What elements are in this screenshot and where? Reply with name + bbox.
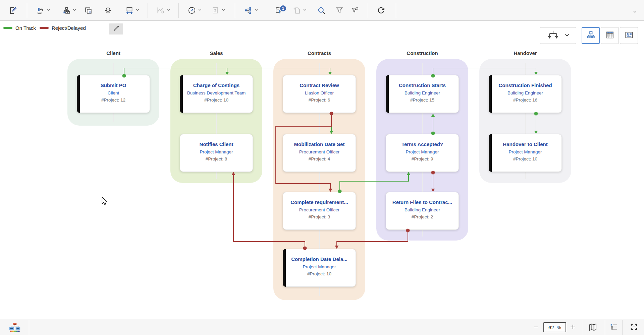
node-construction-starts[interactable]: Construction StartsBuilding Engineer#Pro… (386, 75, 459, 113)
statusbar-separator (605, 320, 605, 335)
node-subtitle: Procurement Officer (283, 207, 356, 212)
list-legend-icon (609, 323, 618, 333)
lane-header-construction: Construction (407, 50, 438, 56)
refresh-button[interactable] (375, 3, 387, 18)
table-view-button[interactable] (601, 27, 619, 44)
node-subtitle: Building Engineer (386, 207, 459, 212)
org-tree-button[interactable] (243, 3, 260, 18)
node-subtitle: Liasion Officer (283, 90, 356, 95)
node-subtitle: Procurement Officer (283, 149, 356, 154)
node-terms-accepted[interactable]: Terms Accepted?Project Manager#Project: … (386, 134, 459, 172)
layout-style-button[interactable] (35, 3, 52, 18)
node-project-count: #Project: 10 (180, 97, 253, 103)
gauge-button[interactable] (186, 3, 204, 18)
node-return-files[interactable]: Return Files to Contrac...Building Engin… (386, 192, 459, 230)
lane-header-handover: Handover (514, 50, 537, 56)
node-handover-to-client[interactable]: Handover to ClientProject Manager#Projec… (489, 134, 562, 172)
search-button[interactable] (316, 3, 327, 18)
layout-direction-dropdown[interactable] (540, 27, 576, 44)
window-overlay-button[interactable] (83, 3, 94, 18)
chevron-down-icon (254, 7, 259, 13)
card-view-icon (625, 30, 634, 41)
legend-label: Reject/Delayed (52, 25, 86, 31)
toolbar-separator (267, 3, 267, 18)
legend-item: On Track (3, 25, 36, 31)
org-logo-icon (9, 322, 21, 333)
minus-icon (532, 323, 540, 332)
filter-button[interactable] (334, 3, 345, 18)
legend-swatch (40, 27, 49, 29)
status-bar: 62 % (0, 320, 644, 335)
node-project-count: #Project: 8 (180, 156, 253, 161)
card-view-button[interactable] (620, 27, 638, 44)
toolbar-separator (367, 3, 367, 18)
node-construction-finished[interactable]: Construction FinishedBuilding Engineer#P… (489, 75, 562, 113)
resize-width-button[interactable] (124, 3, 141, 18)
data-source-button[interactable]: 1 (273, 3, 285, 18)
zoom-level-input[interactable]: 62 % (543, 322, 566, 332)
settings-gear-icon (104, 6, 112, 15)
node-project-count: #Project: 9 (386, 156, 459, 161)
map-button[interactable] (586, 322, 599, 334)
node-charge-of-costings[interactable]: Charge of CostingsBusiness Development T… (180, 75, 253, 113)
node-complete-requirements[interactable]: Complete requirement...Procurement Offic… (283, 192, 356, 230)
node-project-count: #Project: 16 (489, 97, 561, 103)
node-mobilization-date-set[interactable]: Mobilization Date SetProcurement Officer… (283, 134, 356, 172)
fit-screen-button[interactable] (627, 322, 641, 334)
node-project-count: #Project: 12 (77, 97, 150, 103)
legend-edit-button[interactable] (109, 23, 123, 35)
filter-edit-button[interactable] (349, 3, 361, 18)
node-project-count: #Project: 3 (283, 214, 356, 219)
toolbar-separator (178, 3, 179, 18)
branch-arrows-icon (546, 29, 560, 42)
mouse-cursor (101, 197, 108, 207)
node-project-count: #Project: 10 (489, 156, 561, 161)
legend-swatch (3, 27, 12, 29)
list-legend-button[interactable] (607, 322, 621, 334)
node-contract-review[interactable]: Contract ReviewLiasion Officer#Project: … (283, 75, 356, 113)
lane-header-contracts: Contracts (308, 50, 331, 56)
chevron-down-icon (221, 7, 226, 13)
node-notifies-client[interactable]: Notifies ClientProject Manager#Project: … (180, 134, 253, 172)
node-title: Notifies Client (180, 141, 253, 147)
org-chart-view-icon (586, 30, 595, 41)
refresh-icon (377, 6, 385, 15)
org-chart-view-button[interactable] (582, 27, 600, 44)
settings-gear-button[interactable] (102, 3, 114, 18)
legend-label: On Track (15, 25, 36, 31)
node-title: Construction Finished (489, 82, 561, 88)
node-submit-po[interactable]: Submit POClient#Project: 12 (77, 75, 150, 113)
node-completion-date-delayed[interactable]: Completion Date Dela...Project Manager#P… (283, 249, 356, 287)
chart-settings-button (155, 3, 172, 18)
zoom-value: 62 (548, 325, 554, 330)
node-title: Submit PO (77, 82, 150, 88)
chevron-down-icon (198, 7, 202, 13)
toolbar-overflow-chevron-icon[interactable] (633, 9, 637, 15)
node-accent-bar (386, 75, 389, 113)
app-logo-button[interactable] (3, 322, 26, 334)
node-subtitle: Project Manager (386, 149, 459, 154)
node-project-count: #Project: 10 (283, 271, 356, 276)
node-accent-bar (489, 134, 492, 172)
plus-minus-icon (211, 6, 220, 15)
node-subtitle: Building Engineer (386, 90, 459, 95)
node-subtitle: Building Engineer (489, 90, 561, 95)
node-title: Completion Date Dela... (283, 256, 356, 262)
minus-button[interactable] (529, 322, 543, 334)
window-overlay-icon (84, 6, 93, 15)
node-title: Mobilization Date Set (283, 141, 356, 147)
new-item-icon (293, 6, 301, 15)
map-icon (588, 323, 597, 333)
edit-diagram-button[interactable] (7, 3, 18, 18)
main-toolbar: 1 (0, 0, 644, 21)
chevron-down-icon (72, 7, 77, 13)
chevron-down-icon (135, 7, 140, 13)
hierarchy-layout-button[interactable] (61, 3, 78, 18)
plus-button[interactable] (566, 322, 580, 334)
node-project-count: #Project: 2 (386, 214, 459, 219)
node-title: Terms Accepted? (386, 141, 459, 147)
lane-header-client: Client (106, 50, 120, 56)
plus-icon (569, 323, 577, 332)
node-accent-bar (180, 75, 183, 113)
layout-style-icon (37, 6, 45, 15)
